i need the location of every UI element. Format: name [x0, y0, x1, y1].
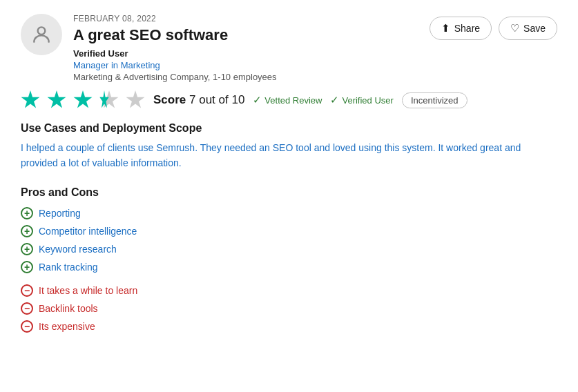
cons-list-item: −Backlink tools: [21, 302, 557, 315]
vetted-check-icon: ✓: [253, 94, 262, 106]
incentivized-badge: Incentivized: [402, 92, 468, 108]
svg-point-0: [38, 27, 46, 35]
minus-icon: −: [21, 320, 33, 333]
use-cases-section: Use Cases and Deployment Scope I helped …: [21, 122, 557, 171]
action-buttons: ⬆ Share ♡ Save: [430, 17, 557, 40]
verified-badge: ✓ Verified User: [330, 94, 393, 106]
avatar: [21, 14, 62, 55]
verified-check-icon: ✓: [330, 94, 339, 106]
review-meta: FEBRUARY 08, 2022 A great SEO software V…: [73, 14, 277, 82]
pros-cons-section: Pros and Cons +Reporting+Competitor inte…: [21, 186, 557, 333]
star-2: [47, 90, 66, 110]
review-body: I helped a couple of clients use Semrush…: [21, 140, 557, 171]
rating-row: Score 7 out of 10 ✓ Vetted Review ✓ Veri…: [21, 90, 557, 110]
heart-icon: ♡: [510, 22, 519, 35]
review-title: A great SEO software: [73, 26, 277, 44]
star-5-empty: [126, 90, 145, 110]
review-date: FEBRUARY 08, 2022: [73, 14, 277, 23]
plus-icon: +: [21, 207, 33, 219]
minus-icon: −: [21, 302, 33, 315]
pros-list-item: +Reporting: [21, 207, 557, 219]
cons-list: −It takes a while to learn−Backlink tool…: [21, 284, 557, 333]
minus-icon: −: [21, 284, 33, 297]
review-header: FEBRUARY 08, 2022 A great SEO software V…: [21, 14, 557, 82]
vetted-badge: ✓ Vetted Review: [253, 94, 322, 106]
user-section: FEBRUARY 08, 2022 A great SEO software V…: [21, 14, 277, 82]
cons-list-item: −It takes a while to learn: [21, 284, 557, 297]
star-rating: [21, 90, 145, 110]
save-button[interactable]: ♡ Save: [499, 17, 557, 40]
plus-icon: +: [21, 243, 33, 255]
plus-icon: +: [21, 225, 33, 237]
pros-list-item: +Keyword research: [21, 243, 557, 255]
star-1: [21, 90, 40, 110]
pros-cons-title: Pros and Cons: [21, 186, 557, 199]
share-button[interactable]: ⬆ Share: [430, 17, 492, 40]
pros-list: +Reporting+Competitor intelligence+Keywo…: [21, 207, 557, 273]
share-icon: ⬆: [441, 22, 450, 35]
cons-list-item: −Its expensive: [21, 320, 557, 333]
plus-icon: +: [21, 261, 33, 273]
score-text: Score 7 out of 10: [153, 93, 244, 107]
star-3: [73, 90, 93, 110]
pros-list-item: +Competitor intelligence: [21, 225, 557, 237]
pros-list-item: +Rank tracking: [21, 261, 557, 273]
user-name: Verified User: [73, 48, 277, 59]
user-role: Manager in Marketing: [73, 60, 277, 70]
user-company: Marketing & Advertising Company, 1-10 em…: [73, 72, 277, 82]
use-cases-title: Use Cases and Deployment Scope: [21, 122, 557, 135]
star-4-half: [99, 90, 119, 110]
